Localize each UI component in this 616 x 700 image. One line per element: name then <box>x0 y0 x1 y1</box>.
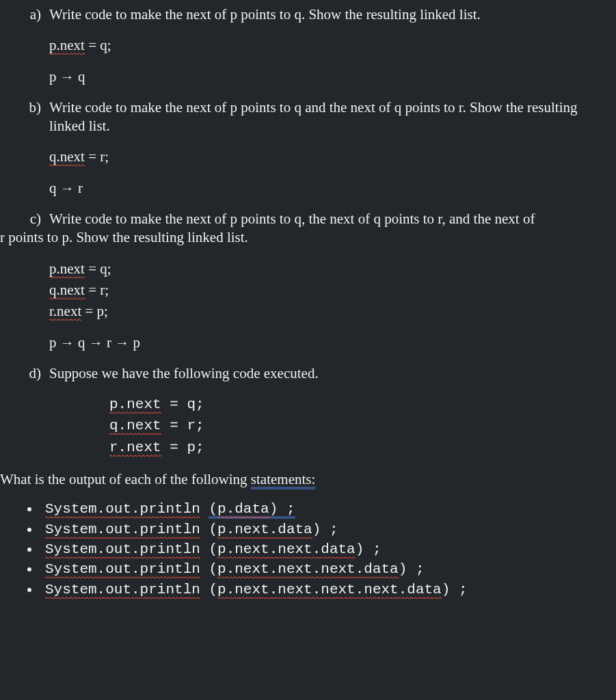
code-c: p.next = q; q.next = r; r.next = p; <box>0 260 609 321</box>
question-c-row: c) Write code to make the next of p poin… <box>0 210 609 228</box>
result-b: q → r <box>0 179 609 198</box>
out-sys: System.out.println <box>45 561 200 578</box>
question-c-text-2: r points to p. Show the resulting linked… <box>0 228 609 247</box>
out-sp <box>200 561 209 577</box>
label-d: d) <box>0 364 49 383</box>
question-c-text-1: Write code to make the next of p points … <box>49 210 609 228</box>
arrow-icon: → <box>60 334 75 351</box>
label-c: c) <box>0 210 49 228</box>
result-c: p → q → r → p <box>0 334 609 352</box>
list-item: System.out.println (p.data) ; <box>40 500 609 518</box>
code-d3a: r.next <box>109 440 161 457</box>
out-sp <box>200 501 209 517</box>
out-l4c: ) ; <box>399 561 425 577</box>
question-b-text: Write code to make the next of p points … <box>49 98 609 136</box>
code-c3: r.next <box>49 303 81 321</box>
code-b-span: q.next <box>49 148 85 166</box>
out-l5b: p.next.next.next.next.data <box>217 582 442 599</box>
result-a-q: q <box>75 68 85 85</box>
list-item: System.out.println (p.next.next.next.nex… <box>40 580 609 599</box>
out-sys: System.out.println <box>45 501 200 518</box>
code-d: p.next = q; q.next = r; r.next = p; <box>0 395 609 457</box>
code-c2: q.next <box>49 282 85 299</box>
out-sys: System.out.println <box>45 541 200 558</box>
result-a-p: p <box>49 68 60 85</box>
arrow-icon: → <box>60 68 75 85</box>
code-d2b: = r; <box>161 418 204 433</box>
out-sys: System.out.println <box>45 522 200 539</box>
result-a: p → q <box>0 68 609 86</box>
code-d1a: p.next <box>109 396 161 414</box>
question-c: c) Write code to make the next of p poin… <box>0 210 609 352</box>
list-item: System.out.println (p.next.next.next.dat… <box>40 560 609 578</box>
document-page: a) Write code to make the next of p poin… <box>0 0 616 700</box>
code-c2-rest: = r; <box>85 282 109 298</box>
label-b: b) <box>0 98 49 117</box>
output-prompt: What is the output of each of the follow… <box>0 470 609 489</box>
out-l3c: ) ; <box>356 541 381 557</box>
result-c-r: r <box>103 334 116 351</box>
code-d-line2: q.next = r; <box>109 416 609 435</box>
code-a-span: p.next <box>49 37 85 55</box>
code-c-line1: p.next = q; <box>49 260 609 278</box>
result-c-q: q <box>75 334 89 351</box>
code-d1b: = q; <box>161 396 204 412</box>
question-a: a) Write code to make the next of p poin… <box>0 5 609 86</box>
out-sp <box>200 541 209 557</box>
code-d2a: q.next <box>109 418 161 435</box>
code-a: p.next = q; <box>0 36 609 55</box>
result-b-r: r <box>75 180 83 196</box>
question-d-row: d) Suppose we have the following code ex… <box>0 364 609 383</box>
result-b-q: q <box>49 180 60 196</box>
out-sp <box>200 522 209 537</box>
output-prompt-2: statements: <box>251 471 315 489</box>
code-d-line3: r.next = p; <box>109 438 609 457</box>
code-a-rest: = q; <box>85 37 111 53</box>
code-b-rest: = r; <box>85 148 109 165</box>
out-l4b: p.next.next.next.data <box>217 561 399 578</box>
out-l4a: ( <box>209 561 217 577</box>
code-d-line1: p.next = q; <box>109 395 609 414</box>
code-c1: p.next <box>49 260 85 278</box>
list-item: System.out.println (p.next.data) ; <box>40 520 609 539</box>
out-l1: (p.data) ; <box>209 501 295 519</box>
result-c-p: p <box>49 334 60 351</box>
question-d-text: Suppose we have the following code execu… <box>49 364 609 383</box>
arrow-icon: → <box>115 334 129 351</box>
out-l3b: p.next.next.data <box>217 541 356 558</box>
code-c1-rest: = q; <box>85 260 111 277</box>
out-sp <box>200 582 209 597</box>
out-l5a: ( <box>209 582 217 597</box>
out-l2b: p.next.data <box>217 522 312 539</box>
code-b: q.next = r; <box>0 148 609 166</box>
code-c-line3: r.next = p; <box>49 302 609 321</box>
question-d: d) Suppose we have the following code ex… <box>0 364 609 457</box>
code-d3b: = p; <box>161 440 204 455</box>
code-c-line2: q.next = r; <box>49 281 609 299</box>
out-l2c: ) ; <box>312 522 338 537</box>
arrow-icon: → <box>60 180 75 196</box>
out-sys: System.out.println <box>45 582 200 599</box>
code-c3-rest: = p; <box>81 303 108 319</box>
arrow-icon: → <box>89 334 103 351</box>
out-l2a: ( <box>209 522 217 537</box>
list-item: System.out.println (p.next.next.data) ; <box>40 540 609 558</box>
question-a-text: Write code to make the next of p points … <box>49 5 609 24</box>
out-l5c: ) ; <box>442 582 468 597</box>
output-prompt-1: What is the output of each of the follow… <box>0 471 251 487</box>
label-a: a) <box>0 5 49 24</box>
question-a-row: a) Write code to make the next of p poin… <box>0 5 609 24</box>
output-statements: System.out.println (p.data) ; System.out… <box>0 500 609 598</box>
question-b-row: b) Write code to make the next of p poin… <box>0 98 609 136</box>
out-l3a: ( <box>209 541 217 557</box>
result-c-p2: p <box>129 334 140 351</box>
question-b: b) Write code to make the next of p poin… <box>0 98 609 198</box>
